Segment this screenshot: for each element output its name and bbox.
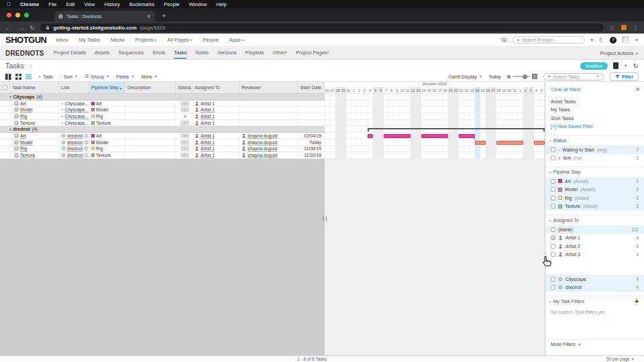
task-row-cityscape-art[interactable]: ArtCityscape...Art-Artist 1 [0,101,325,107]
gantt-day-cell[interactable]: 31 [513,87,518,94]
clear-search-icon[interactable]: ✕ [596,74,599,79]
gantt-day-cell[interactable]: 23 [470,87,475,94]
reload-icon[interactable]: ↻ [30,24,35,32]
project-nav-item-versions[interactable]: Versions [217,47,237,59]
reviewer-link[interactable]: shayna duguid [248,133,277,138]
gantt-display-button[interactable]: Gantt Display▼ [449,74,482,79]
gantt-day-cell[interactable]: 22 [464,87,470,94]
add-filter-icon[interactable]: + [635,298,639,305]
status-cell[interactable]: - [176,101,193,107]
group-row-cityscape[interactable]: ▾Cityscape(4) [0,94,325,101]
project-nav-item-notes[interactable]: Notes [195,47,209,59]
filter-row-n-a[interactable]: xN/A(na)1 [545,154,644,163]
view-columns-icon[interactable] [5,74,11,80]
gantt-day-cell[interactable]: 6 [378,87,384,94]
column-header-task-name[interactable]: Task Name [10,82,59,93]
gantt-day-cell[interactable]: 15 [427,87,432,94]
favorite-star-icon[interactable]: ☆ [28,62,33,69]
assignee-link[interactable]: Artist 1 [201,121,215,125]
assignee-link[interactable]: Artist 1 [201,153,215,158]
forward-icon[interactable]: → [17,24,24,32]
task-name-link[interactable]: Rig [20,114,27,119]
task-name-link[interactable]: Art [20,101,26,106]
filter-checkbox[interactable] [551,244,555,249]
gantt-day-cell[interactable]: 24 [475,87,480,94]
gantt-drednot-summary-bar[interactable] [368,128,545,130]
status-cell[interactable]: - [176,133,193,139]
gantt-day-cell[interactable]: 30 [507,87,513,94]
entity-link[interactable]: drednot [67,153,83,158]
task-row-cityscape-rig[interactable]: RigCityscape...RigxArtist 1 [0,113,325,120]
account-chevron-icon[interactable]: ▼ [635,38,639,42]
menubar-item-view[interactable]: View [84,1,95,7]
support-icon[interactable]: ☾ [599,37,604,44]
task-row-drednot-model[interactable]: ModeldrednotModel-Artist 1shayna duguidT… [0,139,325,146]
nav-item-media[interactable]: Media [111,37,124,43]
filter-row-artist-1[interactable]: Artist 18 [545,234,644,243]
task-name-link[interactable]: Texture [20,121,35,125]
per-page-selector[interactable]: 50 per page ▼ [606,357,635,361]
back-icon[interactable]: ← [5,24,12,32]
filter-row-texture[interactable]: Texture(Asset)2 [545,202,644,211]
gantt-day-cell[interactable]: 29 [502,87,507,94]
search-icon[interactable] [502,38,507,43]
add-new-icon[interactable]: + [590,37,594,44]
filter-row-rig[interactable]: Rig(Asset)2 [545,194,644,202]
filter-row-model[interactable]: Model(Asset)2 [545,186,644,194]
nav-item-all-pages[interactable]: All Pages▾ [168,37,193,43]
gantt-model-task-bar[interactable] [496,141,523,145]
column-header-status[interactable]: Status [176,82,193,93]
column-header-start-date[interactable]: Start Date [298,82,325,93]
project-actions-button[interactable]: Project Actions ▼ [600,50,639,56]
gantt-day-cell[interactable]: 13 [416,87,421,94]
gantt-day-cell[interactable]: 19 [448,87,453,94]
filter-button[interactable]: Filter [610,72,639,81]
task-name-link[interactable]: Model [20,107,33,112]
gantt-day-cell[interactable]: 2 [523,87,529,94]
select-all-checkbox[interactable] [3,85,7,90]
project-nav-item-tasks[interactable]: Tasks [174,47,186,59]
gantt-day-cell[interactable]: 26 [486,87,491,94]
filter-checkbox[interactable] [551,227,555,232]
filter-checkbox[interactable] [551,235,555,240]
menubar-item-window[interactable]: Window [189,1,207,7]
nav-item-people[interactable]: People [203,37,218,43]
menubar-item-chrome[interactable]: Chrome [20,1,39,7]
gantt-day-cell[interactable]: 8 [389,87,394,94]
filter-row-cityscape[interactable]: Cityscape4 [545,275,644,284]
group-row-drednot[interactable]: ▾drednot(4) [0,126,325,133]
column-header-link[interactable]: Link [59,82,89,93]
extension-icon[interactable] [621,25,627,30]
group-button[interactable]: ☰ Group▼ [85,74,109,79]
filter-checkbox[interactable] [551,179,555,184]
task-row-drednot-texture[interactable]: TexturedrednotTexture-Artist 1shayna dug… [0,152,325,159]
status-cell[interactable]: - [176,152,193,158]
view-thumbnails-icon[interactable] [15,74,21,80]
project-nav-item-playlists[interactable]: Playlists [246,47,264,59]
filter-checkbox[interactable] [551,285,555,290]
browser-tab[interactable]: Tasks : Drednots ✕ [54,11,155,21]
gantt-day-cell[interactable]: 9 [394,87,400,94]
project-nav-item-project-details[interactable]: Project Details [54,47,86,59]
filter-checkbox[interactable] [551,196,555,200]
search-tasks-input[interactable]: ▼ Search Tasks... ✕ [543,73,604,80]
global-search-input[interactable]: ▼ Search Shotgun... [513,36,585,44]
gantt-art-task-bar[interactable] [421,134,448,138]
assignee-link[interactable]: Artist 1 [201,140,215,145]
assignee-link[interactable]: Artist 1 [201,101,215,106]
reviewer-link[interactable]: shayna duguid [248,153,277,158]
gantt-day-cell[interactable]: 5 [539,87,545,94]
column-header-pipeline-step[interactable]: Pipeline Step ▴ [89,82,125,93]
filter-checkbox[interactable] [551,277,555,282]
task-row-cityscape-texture[interactable]: TextureCityscape...Texture-Artist 1 [0,120,325,127]
address-bar[interactable]: getting-started.shotgunstudio.com/page/5… [40,23,604,32]
gantt-art-task-bar[interactable] [368,134,373,138]
task-row-drednot-art[interactable]: ArtdrednotArt-Artist 1shayna duguid10/04… [0,133,325,139]
filter-row-art[interactable]: Art(Asset)2 [545,177,644,186]
nav-item-my-tasks[interactable]: My Tasks [79,37,100,43]
column-header-reviewer[interactable]: Reviewer [239,82,298,93]
filter-section-header-my-task-filters[interactable]: ▾My Task Filters+ [545,296,644,306]
minimize-window-button[interactable] [15,13,20,17]
gantt-day-cell[interactable]: 27 [330,87,335,94]
saved-filter-shot-tasks[interactable]: Shot Tasks [545,114,644,123]
